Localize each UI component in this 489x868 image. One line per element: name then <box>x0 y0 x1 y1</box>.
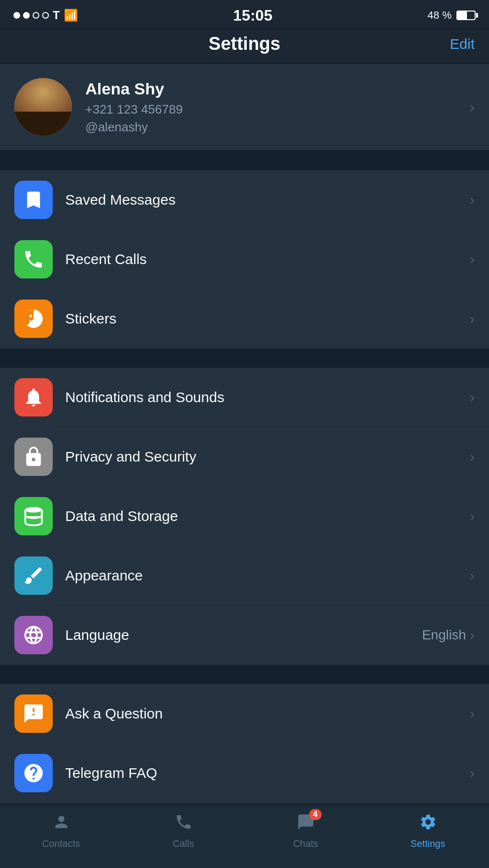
telegram-faq-item[interactable]: Telegram FAQ › <box>0 743 489 803</box>
battery-fill <box>457 12 467 19</box>
saved-messages-label: Saved Messages <box>65 192 470 208</box>
language-icon <box>14 616 53 654</box>
notifications-item[interactable]: Notifications and Sounds › <box>0 368 489 427</box>
profile-chevron: › <box>469 98 475 116</box>
battery-percent: 48 % <box>428 9 452 22</box>
notifications-icon <box>14 378 53 417</box>
stickers-label: Stickers <box>65 311 470 327</box>
ask-question-label: Ask a Question <box>65 706 470 722</box>
nav-header: Settings Edit <box>0 30 489 63</box>
telegram-faq-chevron: › <box>470 765 475 781</box>
language-item[interactable]: Language English › <box>0 605 489 665</box>
chats-tab-icon: 4 <box>297 813 315 835</box>
appearance-item[interactable]: Appearance › <box>0 546 489 605</box>
data-label: Data and Storage <box>65 508 470 524</box>
privacy-chevron: › <box>470 449 475 465</box>
tab-chats[interactable]: 4 Chats <box>244 813 367 849</box>
section-gap-1 <box>0 151 489 170</box>
svg-point-1 <box>29 314 32 317</box>
section-1: Saved Messages › Recent Calls › Stickers… <box>0 170 489 348</box>
telegram-faq-icon <box>14 754 53 792</box>
ask-question-icon <box>14 694 53 733</box>
recent-calls-label: Recent Calls <box>65 251 470 267</box>
stickers-icon <box>14 300 53 338</box>
language-chevron: › <box>470 627 475 643</box>
dot2 <box>23 12 30 19</box>
dot4 <box>42 12 49 19</box>
data-chevron: › <box>470 508 475 524</box>
avatar <box>14 78 72 136</box>
profile-phone: +321 123 456789 <box>85 102 469 117</box>
chats-badge: 4 <box>309 809 322 820</box>
settings-tab-label: Settings <box>410 838 445 849</box>
data-item[interactable]: Data and Storage › <box>0 486 489 546</box>
privacy-label: Privacy and Security <box>65 449 470 465</box>
battery-icon <box>456 11 476 20</box>
saved-messages-item[interactable]: Saved Messages › <box>0 170 489 230</box>
recent-calls-chevron: › <box>470 251 475 267</box>
page-title: Settings <box>53 34 436 54</box>
privacy-item[interactable]: Privacy and Security › <box>0 427 489 486</box>
profile-name: Alena Shy <box>85 80 469 98</box>
status-bar: T 📶 15:05 48 % <box>0 0 489 29</box>
appearance-label: Appearance <box>65 567 470 584</box>
status-time: 15:05 <box>233 7 272 24</box>
status-left: T 📶 <box>13 9 78 22</box>
notifications-chevron: › <box>470 389 475 405</box>
saved-messages-icon <box>14 181 53 219</box>
calls-tab-label: Calls <box>173 838 194 849</box>
recent-calls-icon <box>14 240 53 278</box>
tab-settings[interactable]: Settings <box>367 813 489 849</box>
recent-calls-item[interactable]: Recent Calls › <box>0 230 489 289</box>
dot1 <box>13 12 20 19</box>
signal-dots <box>13 12 49 19</box>
stickers-chevron: › <box>470 311 475 327</box>
avatar-image <box>14 78 72 136</box>
appearance-chevron: › <box>470 567 475 584</box>
notifications-label: Notifications and Sounds <box>65 389 470 405</box>
svg-point-4 <box>25 507 42 513</box>
saved-messages-chevron: › <box>470 192 475 208</box>
svg-point-2 <box>35 314 38 317</box>
profile-username: @alenashy <box>85 120 469 135</box>
appearance-icon <box>14 556 53 595</box>
section-gap-2 <box>0 348 489 368</box>
settings-tab-icon <box>419 813 437 835</box>
section-2: Notifications and Sounds › Privacy and S… <box>0 368 489 665</box>
stickers-item[interactable]: Stickers › <box>0 289 489 348</box>
calls-tab-icon <box>175 813 193 835</box>
edit-button[interactable]: Edit <box>436 36 475 52</box>
profile-info: Alena Shy +321 123 456789 @alenashy <box>85 80 469 135</box>
dot3 <box>33 12 39 19</box>
profile-section[interactable]: Alena Shy +321 123 456789 @alenashy › <box>0 64 489 150</box>
language-label: Language <box>65 627 422 643</box>
tab-bar: Contacts Calls 4 Chats Settings <box>0 806 489 868</box>
contacts-tab-label: Contacts <box>42 838 80 849</box>
tab-calls[interactable]: Calls <box>122 813 244 849</box>
data-icon <box>14 497 53 535</box>
carrier-label: T <box>53 9 60 22</box>
section-gap-3 <box>0 665 489 684</box>
contacts-tab-icon <box>52 813 70 835</box>
section-3: Ask a Question › Telegram FAQ › <box>0 684 489 803</box>
privacy-icon <box>14 438 53 476</box>
status-right: 48 % <box>428 9 476 22</box>
ask-question-item[interactable]: Ask a Question › <box>0 684 489 743</box>
wifi-icon: 📶 <box>64 9 78 22</box>
ask-question-chevron: › <box>470 706 475 722</box>
telegram-faq-label: Telegram FAQ <box>65 765 470 781</box>
language-value: English <box>422 627 466 643</box>
chats-tab-label: Chats <box>293 838 318 849</box>
tab-contacts[interactable]: Contacts <box>0 813 122 849</box>
